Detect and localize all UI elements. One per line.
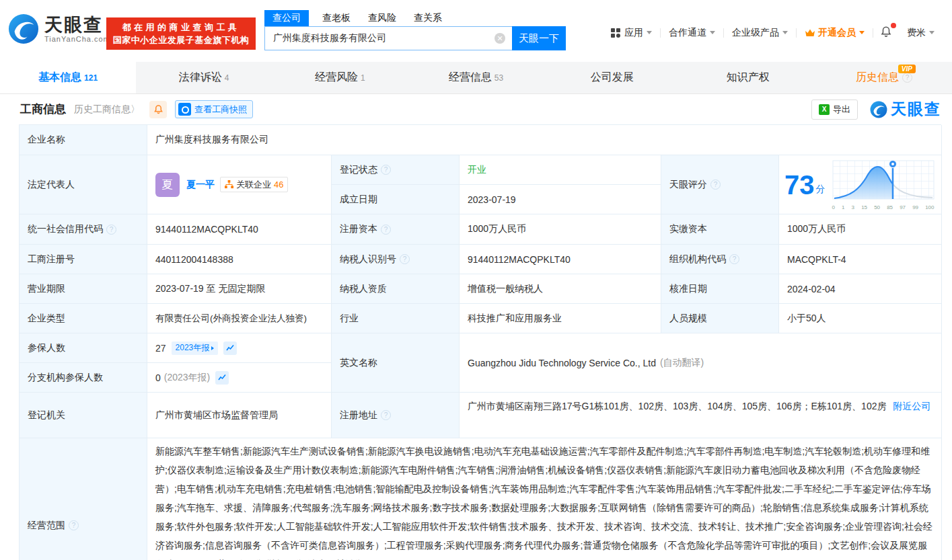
search-tab-boss[interactable]: 查老板 bbox=[322, 10, 351, 26]
field-value-taxpayer-id: 91440112MACQPKLT40 bbox=[460, 245, 661, 274]
field-value-company-type: 有限责任公司(外商投资企业法人独资) bbox=[147, 304, 332, 333]
search-tab-company[interactable]: 查公司 bbox=[264, 10, 309, 26]
related-companies-badge[interactable]: 关联企业 46 bbox=[220, 177, 288, 192]
help-icon[interactable]: ? bbox=[902, 73, 912, 83]
annual-report-note: (2023年报) bbox=[164, 372, 210, 384]
help-icon[interactable]: ? bbox=[729, 254, 739, 264]
nav-cooperation[interactable]: 合作通道 bbox=[661, 27, 723, 39]
help-icon[interactable]: ? bbox=[69, 520, 79, 530]
org-chart-icon bbox=[225, 180, 233, 189]
score-distribution-chart: 01 315 5085 9799 100 bbox=[832, 159, 935, 210]
company-tab-bar: 基本信息121 法律诉讼4 经营风险1 经营信息53 公司发展 知识产权 VIP… bbox=[0, 62, 952, 94]
field-value-establish-date: 2023-07-19 bbox=[460, 185, 661, 214]
tab-basic-info[interactable]: 基本信息121 bbox=[0, 62, 136, 93]
nav-enterprise-products[interactable]: 企业级产品 bbox=[724, 27, 796, 39]
excel-icon: X bbox=[819, 104, 830, 115]
tab-company-development[interactable]: 公司发展 bbox=[544, 62, 680, 93]
export-button[interactable]: X 导出 bbox=[811, 99, 858, 120]
field-label-english-name: 英文名称 bbox=[332, 333, 460, 393]
watermark-logo: 天眼查 bbox=[870, 99, 941, 120]
field-value-organization-code: MACQPKLT-4 bbox=[779, 245, 942, 274]
field-value-english-name: Guangzhou Jidu Technology Service Co., L… bbox=[460, 333, 942, 393]
nearby-companies-link[interactable]: 附近公司 bbox=[893, 401, 930, 411]
help-icon[interactable]: ? bbox=[710, 179, 721, 190]
vip-badge: VIP bbox=[898, 65, 916, 73]
history-business-info-link[interactable]: 历史工商信息〉 bbox=[74, 104, 140, 116]
field-label-staff-size: 人员规模 bbox=[661, 304, 779, 333]
field-label-business-term: 营业期限 bbox=[20, 274, 147, 304]
bell-icon bbox=[153, 104, 163, 114]
camera-icon bbox=[178, 103, 191, 116]
view-snapshot-button[interactable]: 查看工商快照 bbox=[175, 100, 253, 118]
notification-dot bbox=[891, 23, 896, 28]
field-label-registered-capital: 注册资本? bbox=[332, 214, 460, 245]
field-label-legal-representative: 法定代表人 bbox=[20, 155, 147, 214]
chevron-down-icon bbox=[859, 31, 865, 34]
field-label-industry: 行业 bbox=[332, 304, 460, 333]
help-icon[interactable]: ? bbox=[381, 225, 391, 235]
section-toolbar: 工商信息 历史工商信息〉 查看工商快照 X 导出 天眼查 bbox=[0, 94, 952, 124]
tab-operation-info[interactable]: 经营信息53 bbox=[408, 62, 544, 93]
slogan-line1: 都在用的商业查询工具 bbox=[106, 21, 256, 34]
slogan-banner: 都在用的商业查询工具 国家中小企业发展子基金旗下机构 bbox=[106, 17, 256, 50]
nav-apps[interactable]: 应用 bbox=[603, 27, 660, 39]
field-value-staff-size: 小于50人 bbox=[779, 304, 942, 333]
field-value-industry: 科技推广和应用服务业 bbox=[460, 304, 661, 333]
field-label-taxpayer-quality: 纳税人资质 bbox=[332, 274, 460, 304]
field-label-registration-number: 工商注册号 bbox=[20, 245, 147, 274]
logo-subtitle: TianYanCha.com bbox=[44, 35, 110, 43]
chevron-down-icon bbox=[782, 31, 788, 34]
chevron-down-icon bbox=[710, 31, 715, 34]
field-label-paid-capital: 实缴资本 bbox=[661, 214, 779, 245]
field-label-approval-date: 核准日期 bbox=[661, 274, 779, 304]
score-value: 73 bbox=[784, 171, 815, 198]
avatar[interactable]: 夏 bbox=[155, 173, 180, 197]
tianyancha-logo-icon bbox=[8, 13, 39, 44]
help-icon[interactable]: ? bbox=[400, 254, 410, 264]
tab-operation-risk[interactable]: 经营风险1 bbox=[272, 62, 408, 93]
field-value-paid-capital: 1000万人民币 bbox=[779, 214, 942, 245]
field-value-approval-date: 2024-02-04 bbox=[779, 274, 942, 304]
field-value-company-name: 广州集度科技服务有限公司 bbox=[147, 125, 942, 155]
annual-report-badge[interactable]: 2023年报 bbox=[172, 342, 219, 355]
field-label-branch-insured-count: 分支机构参保人数 bbox=[20, 363, 147, 393]
field-value-credit-code: 91440112MACQPKLT40 bbox=[147, 214, 332, 245]
trend-chart-icon[interactable] bbox=[223, 342, 237, 355]
field-label-registration-status: 登记状态? bbox=[332, 155, 460, 185]
crown-icon bbox=[805, 28, 815, 37]
score-unit: 分 bbox=[816, 184, 826, 196]
search-input[interactable] bbox=[264, 26, 512, 50]
help-icon[interactable]: ? bbox=[381, 410, 391, 420]
apps-grid-icon bbox=[611, 28, 620, 38]
nav-open-vip[interactable]: 开通会员 bbox=[797, 27, 873, 39]
search-tab-relation[interactable]: 查关系 bbox=[414, 10, 442, 26]
top-navigation: 应用 合作通道 企业级产品 开通会员 费米 bbox=[603, 26, 943, 40]
search-tab-risk[interactable]: 查风险 bbox=[368, 10, 396, 26]
field-label-registration-authority: 登记机关 bbox=[20, 393, 147, 438]
clear-search-icon[interactable]: ✕ bbox=[495, 33, 505, 44]
monitor-bell-button[interactable] bbox=[149, 101, 167, 118]
tab-history-info[interactable]: VIP 历史信息 ? bbox=[816, 62, 952, 93]
field-label-company-type: 企业类型 bbox=[20, 304, 147, 333]
field-label-credit-code: 统一社会信用代码? bbox=[20, 214, 147, 245]
field-value-registration-status: 开业 bbox=[460, 155, 661, 185]
nav-user[interactable]: 费米 bbox=[899, 27, 943, 39]
notifications-bell[interactable] bbox=[873, 26, 899, 40]
tab-legal-litigation[interactable]: 法律诉讼4 bbox=[136, 62, 272, 93]
trend-chart-icon[interactable] bbox=[215, 371, 229, 385]
slogan-line2: 国家中小企业发展子基金旗下机构 bbox=[106, 34, 256, 46]
tab-intellectual-property[interactable]: 知识产权 bbox=[680, 62, 816, 93]
field-label-business-scope: 经营范围? bbox=[20, 438, 147, 560]
section-title: 工商信息 bbox=[20, 102, 66, 117]
score-axis-ticks: 01 315 5085 9799 100 bbox=[832, 204, 935, 210]
search-button[interactable]: 天眼一下 bbox=[512, 26, 566, 50]
field-label-tianyan-score: 天眼评分? bbox=[661, 155, 779, 214]
help-icon[interactable]: ? bbox=[381, 165, 391, 175]
field-value-business-term: 2023-07-19 至 无固定期限 bbox=[147, 274, 332, 304]
tianyancha-logo[interactable]: 天眼查 TianYanCha.com bbox=[8, 13, 110, 44]
legal-representative-link[interactable]: 夏一平 bbox=[186, 179, 215, 191]
help-icon[interactable]: ? bbox=[106, 225, 116, 235]
field-label-taxpayer-id: 纳税人识别号? bbox=[332, 245, 460, 274]
field-label-organization-code: 组织机构代码? bbox=[661, 245, 779, 274]
chevron-down-icon bbox=[929, 31, 935, 34]
